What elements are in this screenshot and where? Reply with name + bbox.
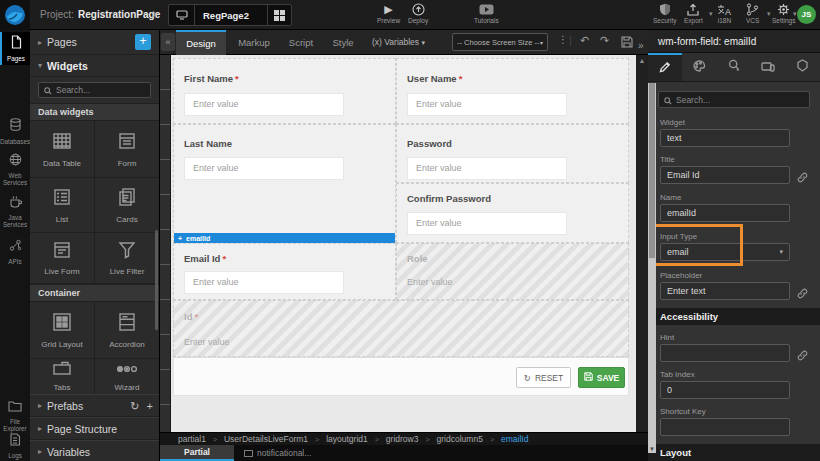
rail-item-file-explorer[interactable]: File Explorer (0, 398, 30, 432)
breadcrumb-item[interactable]: gridcolumn5 (437, 434, 483, 444)
tab-design[interactable]: Design (176, 30, 226, 55)
form-field-cell-username[interactable]: User Name* Enter value (396, 58, 629, 124)
username-input[interactable]: Enter value (407, 93, 567, 116)
title-prop-input[interactable] (660, 166, 790, 184)
bind-link-icon[interactable] (797, 169, 808, 187)
widget-prop-input[interactable] (660, 129, 790, 147)
widget-search-input[interactable] (56, 85, 145, 95)
add-page-button[interactable]: + (135, 34, 151, 50)
collapse-panel-button[interactable]: « (161, 33, 175, 51)
tab-partial[interactable]: Partial (160, 445, 234, 461)
layout-section-header[interactable]: Layout (648, 444, 820, 461)
variables-menu[interactable]: (x) Variables ▾ (372, 37, 425, 47)
redo-icon[interactable]: ↷ (600, 34, 609, 47)
tab-markup[interactable]: Markup (230, 30, 278, 55)
form-field-cell-password[interactable]: Password Enter value (396, 124, 629, 183)
widget-tile-form[interactable]: Form (94, 121, 159, 177)
tab-script[interactable]: Script (280, 30, 322, 55)
breadcrumb-item[interactable]: UserDetailsLiveForm1 (224, 434, 308, 444)
widgets-section-header[interactable]: ▾ Widgets (30, 55, 159, 77)
rail-item-java-services[interactable]: Java Services (0, 194, 30, 228)
input-type-select[interactable]: email ▾ (660, 243, 790, 261)
reset-button[interactable]: ↻ RESET (516, 367, 571, 388)
tutorials-button[interactable]: Tutorials (474, 3, 499, 24)
tab-notificational[interactable]: notificational... (234, 445, 321, 461)
widget-tile-wizard[interactable]: Wizard (94, 359, 159, 394)
save-page-icon[interactable] (621, 36, 633, 50)
bind-link-icon[interactable] (797, 347, 808, 365)
canvas-scrollbar[interactable]: ▲ (636, 55, 648, 432)
password-input[interactable]: Enter value (407, 157, 567, 180)
security-button[interactable]: Security (653, 3, 676, 24)
design-canvas[interactable]: First Name* Enter value User Name* Enter… (171, 55, 636, 432)
confirm-password-input[interactable]: Enter value (407, 212, 567, 235)
deploy-button[interactable]: Deploy (408, 3, 428, 24)
refresh-prefabs-icon[interactable]: ↻ (130, 400, 139, 413)
form-field-cell-lastname[interactable]: Last Name Enter value (173, 124, 396, 243)
preview-button[interactable]: ▶ Preview (377, 3, 400, 24)
wavemaker-logo[interactable] (0, 0, 30, 30)
lastname-input[interactable]: Enter value (184, 157, 344, 180)
firstname-input[interactable]: Enter value (184, 93, 344, 116)
user-avatar[interactable]: JS (797, 5, 816, 24)
rail-item-apis[interactable]: APIs (0, 238, 30, 265)
emailid-input[interactable]: Enter value (184, 271, 344, 294)
rail-item-databases[interactable]: Databases (0, 118, 30, 145)
scroll-down-icon[interactable]: ▼ (648, 446, 656, 452)
rail-item-web-services[interactable]: Web Services (0, 152, 30, 186)
props-scrollbar[interactable]: ▼ (648, 83, 656, 453)
variables-section-header[interactable]: ▸ Variables (30, 440, 159, 461)
vcs-button[interactable]: VCS (746, 3, 759, 24)
breadcrumb-item[interactable]: gridrow3 (386, 434, 419, 444)
placeholder-prop-input[interactable] (660, 282, 790, 300)
page-structure-section-header[interactable]: ▸ Page Structure (30, 417, 159, 440)
widget-tile-tabs[interactable]: Tabs (30, 359, 94, 394)
expand-panel-icon[interactable]: » (638, 34, 644, 57)
tab-events[interactable] (717, 53, 751, 81)
form-field-cell-emailid[interactable]: Email Id* Enter value (173, 243, 396, 300)
undo-icon[interactable]: ↶ (580, 34, 589, 47)
breadcrumb-item[interactable]: partial1 (178, 434, 206, 444)
form-field-cell-confirm-password[interactable]: Confirm Password Enter value (396, 183, 629, 243)
tab-properties[interactable] (648, 53, 682, 81)
tab-security[interactable] (786, 53, 820, 81)
rail-item-logs[interactable]: Logs (0, 432, 30, 459)
widget-tile-live-form[interactable]: Live Form (30, 233, 94, 283)
rail-item-pages[interactable]: Pages (0, 32, 30, 65)
save-button[interactable]: SAVE (578, 367, 625, 388)
kebab-menu-icon[interactable]: ⋮ (558, 34, 568, 45)
hint-prop-input[interactable] (660, 344, 790, 362)
name-prop-input[interactable] (660, 204, 790, 222)
settings-chevron-icon[interactable]: ▾ (793, 10, 797, 18)
widget-tile-list[interactable]: List (30, 178, 94, 232)
widget-tile-cards[interactable]: Cards (94, 178, 159, 232)
breadcrumb-current[interactable]: emailId (501, 434, 528, 444)
explorer-scrollbar[interactable] (155, 230, 158, 330)
export-chevron-icon[interactable]: ▾ (709, 10, 713, 18)
scroll-up-icon[interactable]: ▲ (636, 57, 648, 64)
bind-link-icon[interactable] (797, 285, 808, 303)
export-button[interactable]: Export (684, 3, 703, 24)
tab-style[interactable]: Style (324, 30, 362, 55)
i18n-button[interactable]: A i18N (717, 3, 732, 24)
props-scroll-thumb[interactable] (649, 83, 655, 258)
page-selector[interactable]: RegPage2 (168, 4, 292, 26)
prefabs-section-header[interactable]: ▸ Prefabs ↻ + (30, 394, 159, 417)
vcs-chevron-icon[interactable]: ▾ (767, 10, 771, 18)
form-field-cell-firstname[interactable]: First Name* Enter value (173, 58, 396, 124)
page-grid-icon[interactable] (267, 5, 291, 25)
widget-searchbox[interactable] (38, 82, 151, 98)
props-searchbox[interactable] (658, 91, 810, 108)
widget-tile-live-filter[interactable]: Live Filter (94, 233, 159, 283)
props-search-input[interactable] (676, 95, 804, 105)
form-field-cell-id-hidden[interactable]: Id* Enter value (173, 300, 629, 357)
breadcrumb-item[interactable]: layoutgrid1 (326, 434, 368, 444)
tab-styles[interactable] (682, 53, 716, 81)
widget-tile-accordion[interactable]: Accordion (94, 302, 159, 358)
accessibility-section-header[interactable]: Accessibility (648, 308, 820, 325)
form-field-cell-role-hidden[interactable]: Role Enter value (396, 243, 629, 300)
pages-section-header[interactable]: ▸ Pages + (30, 30, 159, 55)
settings-button[interactable]: Settings (772, 3, 796, 24)
screen-size-select[interactable]: -- Choose Screen Size -- ▾ (452, 33, 548, 51)
tab-index-prop-input[interactable] (660, 381, 790, 399)
